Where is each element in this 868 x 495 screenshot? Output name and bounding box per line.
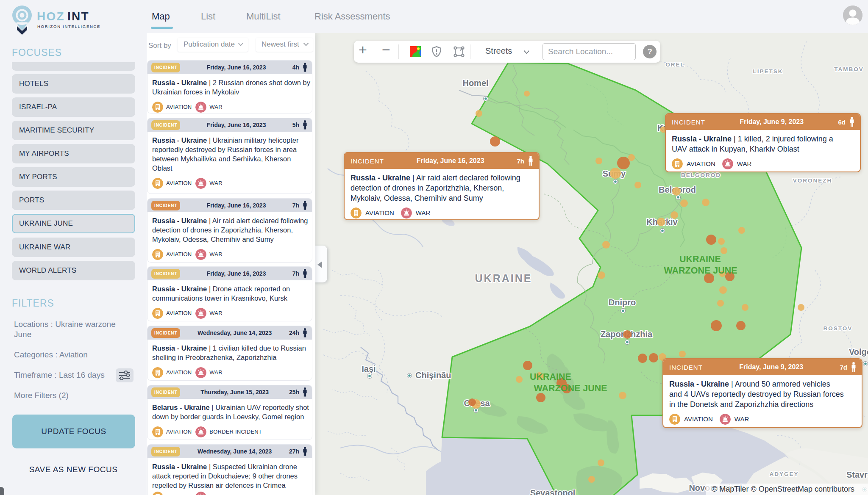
svg-text:UKRAINE: UKRAINE bbox=[475, 272, 532, 284]
svg-text:Homel: Homel bbox=[462, 78, 488, 88]
svg-text:Sevastopol: Sevastopol bbox=[530, 488, 576, 495]
svg-text:INT: INT bbox=[67, 10, 89, 23]
svg-text:Stavro: Stavro bbox=[846, 470, 868, 479]
svg-text:VORONEZH: VORONEZH bbox=[793, 177, 832, 184]
svg-text:WARZONE JUNE: WARZONE JUNE bbox=[534, 383, 607, 393]
svg-text:UKRAINE: UKRAINE bbox=[530, 372, 571, 382]
svg-text:ADYGEY: ADYGEY bbox=[769, 471, 798, 477]
svg-text:Iași: Iași bbox=[362, 364, 376, 373]
svg-text:HORIZON INTELLIGENCE: HORIZON INTELLIGENCE bbox=[37, 24, 100, 29]
svg-text:Chișinău: Chișinău bbox=[415, 371, 451, 380]
svg-text:Volgo: Volgo bbox=[849, 347, 868, 357]
svg-text:TAMBOV: TAMBOV bbox=[834, 66, 864, 72]
svg-text:UKRAINE: UKRAINE bbox=[679, 254, 721, 264]
svg-text:BELGOROD: BELGOROD bbox=[681, 172, 721, 178]
svg-text:OREL: OREL bbox=[665, 61, 685, 68]
svg-text:ROSTOV: ROSTOV bbox=[823, 325, 853, 332]
svg-text:LIPETSK: LIPETSK bbox=[753, 68, 783, 75]
svg-text:HOZ: HOZ bbox=[37, 10, 65, 23]
svg-text:Dnipro: Dnipro bbox=[609, 298, 636, 307]
svg-text:WARZONE JUNE: WARZONE JUNE bbox=[664, 265, 737, 276]
